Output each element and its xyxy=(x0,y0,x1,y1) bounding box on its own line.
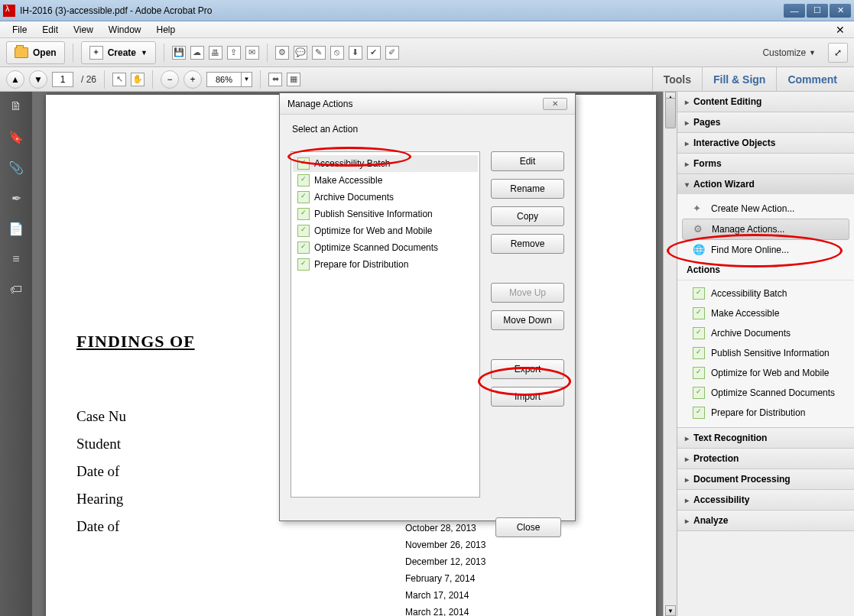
bookmarks-icon[interactable]: 🔖 xyxy=(8,128,24,145)
signatures-icon[interactable]: ✒ xyxy=(8,190,24,206)
dialog-label: Select an Action xyxy=(292,124,563,135)
zoom-in-button[interactable]: + xyxy=(183,70,202,89)
layers-icon[interactable]: 📄 xyxy=(8,220,24,237)
dialog-titlebar[interactable]: Manage Actions ✕ xyxy=(280,93,575,115)
scroll-thumb[interactable] xyxy=(665,98,676,128)
zoom-input[interactable] xyxy=(207,73,241,86)
action-list-item[interactable]: Accessibility Batch xyxy=(293,155,478,172)
section-text-recognition[interactable]: ▸Text Recognition xyxy=(677,428,854,448)
chevron-down-icon: ▾ xyxy=(685,180,689,189)
separator xyxy=(152,70,153,89)
section-analyze[interactable]: ▸Analyze xyxy=(677,511,854,530)
dialog-close-button[interactable]: ✕ xyxy=(543,98,567,110)
action-item[interactable]: Optimize Scanned Documents xyxy=(677,383,854,403)
action-list[interactable]: Accessibility Batch Make Accessible Arch… xyxy=(291,151,480,498)
action-item[interactable]: Optimize for Web and Mobile xyxy=(677,363,854,383)
remove-button[interactable]: Remove xyxy=(491,234,564,254)
import-button[interactable]: Import xyxy=(491,387,564,407)
rename-button[interactable]: Rename xyxy=(491,179,564,199)
fit-page-icon[interactable]: ▦ xyxy=(287,73,300,86)
export-icon[interactable]: ⬇ xyxy=(349,46,362,60)
minimize-button[interactable]: — xyxy=(784,4,805,18)
page-down-button[interactable]: ▼ xyxy=(29,70,47,89)
fit-width-icon[interactable]: ⬌ xyxy=(268,73,282,86)
action-list-item[interactable]: Archive Documents xyxy=(293,189,478,206)
fullscreen-button[interactable]: ⤢ xyxy=(828,43,848,63)
left-sidebar: 🗎 🔖 📎 ✒ 📄 ≡ 🏷 xyxy=(0,92,32,616)
scroll-down-button[interactable]: ▼ xyxy=(665,605,676,616)
zoom-combo[interactable]: ▼ xyxy=(206,72,252,87)
section-accessibility[interactable]: ▸Accessibility xyxy=(677,490,854,510)
action-icon xyxy=(693,407,705,419)
delete-icon[interactable]: ⦸ xyxy=(330,46,344,60)
comment-icon[interactable]: 💬 xyxy=(294,46,307,60)
window-title: IH-2016 (3)-accessible.pdf - Adobe Acrob… xyxy=(20,5,784,16)
action-list-item[interactable]: Optimize for Web and Mobile xyxy=(293,222,478,239)
tab-fill-sign[interactable]: Fill & Sign xyxy=(702,67,776,92)
action-list-item[interactable]: Optimize Scanned Documents xyxy=(293,239,478,256)
vertical-scrollbar[interactable]: ▲ ▼ xyxy=(663,92,677,616)
page-number-input[interactable] xyxy=(52,72,73,87)
create-button[interactable]: ✦ Create ▼ xyxy=(81,41,156,64)
hand-tool-icon[interactable]: ✋ xyxy=(131,73,144,86)
action-icon xyxy=(297,208,310,220)
find-more-online[interactable]: 🌐Find More Online... xyxy=(677,240,854,260)
action-list-item[interactable]: Prepare for Distribution xyxy=(293,256,478,273)
copy-button[interactable]: Copy xyxy=(491,206,564,226)
section-document-processing[interactable]: ▸Document Processing xyxy=(677,469,854,489)
menu-help[interactable]: Help xyxy=(149,23,183,37)
tab-tools[interactable]: Tools xyxy=(652,67,702,92)
section-action-wizard[interactable]: ▾Action Wizard xyxy=(677,174,854,194)
action-item[interactable]: Archive Documents xyxy=(677,323,854,343)
save-icon[interactable]: 💾 xyxy=(172,46,186,60)
open-button[interactable]: Open xyxy=(6,41,65,64)
action-item[interactable]: Make Accessible xyxy=(677,303,854,323)
move-down-button[interactable]: Move Down xyxy=(491,310,564,330)
section-content-editing[interactable]: ▸Content Editing xyxy=(677,92,854,112)
menu-view[interactable]: View xyxy=(66,23,101,37)
section-pages[interactable]: ▸Pages xyxy=(677,112,854,132)
menu-file[interactable]: File xyxy=(5,23,34,37)
maximize-button[interactable]: ☐ xyxy=(807,4,828,18)
create-new-action[interactable]: ✦Create New Action... xyxy=(677,199,854,219)
gear-icon: ⚙ xyxy=(693,223,706,235)
action-item[interactable]: Publish Sensitive Information xyxy=(677,343,854,363)
close-button[interactable]: Close xyxy=(495,517,561,537)
edit-button[interactable]: Edit xyxy=(491,151,564,171)
attachments-icon[interactable]: 📎 xyxy=(8,159,24,176)
move-up-button[interactable]: Move Up xyxy=(491,283,564,303)
close-document-button[interactable]: ✕ xyxy=(831,24,849,36)
chevron-down-icon[interactable]: ▼ xyxy=(241,73,252,86)
section-interactive-objects[interactable]: ▸Interactive Objects xyxy=(677,133,854,153)
print-icon[interactable]: 🖶 xyxy=(209,46,222,60)
thumbnails-icon[interactable]: 🗎 xyxy=(8,98,24,115)
gear-icon[interactable]: ⚙ xyxy=(275,46,289,60)
tab-comment[interactable]: Comment xyxy=(776,67,848,92)
customize-menu[interactable]: Customize ▼ xyxy=(756,44,822,61)
select-tool-icon[interactable]: ↖ xyxy=(112,73,126,86)
menu-window[interactable]: Window xyxy=(101,23,149,37)
section-protection[interactable]: ▸Protection xyxy=(677,449,854,468)
check-icon[interactable]: ✔ xyxy=(367,46,381,60)
section-forms[interactable]: ▸Forms xyxy=(677,154,854,173)
share-icon[interactable]: ⇪ xyxy=(227,46,241,60)
edit-icon[interactable]: ✎ xyxy=(312,46,326,60)
action-list-item[interactable]: Make Accessible xyxy=(293,172,478,189)
action-list-item[interactable]: Publish Sensitive Information xyxy=(293,206,478,222)
mail-icon[interactable]: ✉ xyxy=(245,46,259,60)
zoom-out-button[interactable]: − xyxy=(161,70,179,89)
manage-actions[interactable]: ⚙Manage Actions... xyxy=(682,219,849,240)
order-icon[interactable]: ≡ xyxy=(8,251,24,267)
actions-group-label: Actions xyxy=(677,260,854,280)
tool-icon[interactable]: ✐ xyxy=(385,46,399,60)
menu-edit[interactable]: Edit xyxy=(34,23,66,37)
dialog-title: Manage Actions xyxy=(287,99,352,109)
page-up-button[interactable]: ▲ xyxy=(6,70,24,89)
customize-label: Customize xyxy=(762,47,806,58)
close-window-button[interactable]: ✕ xyxy=(830,4,851,18)
cloud-icon[interactable]: ☁ xyxy=(190,46,204,60)
action-item[interactable]: Prepare for Distribution xyxy=(677,403,854,423)
action-item[interactable]: Accessibility Batch xyxy=(677,284,854,303)
export-button[interactable]: Export xyxy=(491,359,564,379)
tags-icon[interactable]: 🏷 xyxy=(8,281,24,298)
